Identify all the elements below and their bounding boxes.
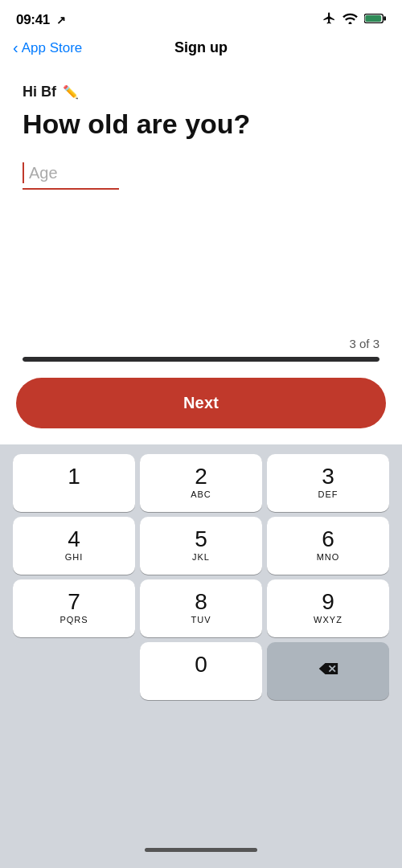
airplane-icon — [322, 11, 336, 28]
key-2[interactable]: 2 ABC — [140, 454, 262, 512]
status-bar: 09:41 ↗ — [0, 0, 402, 33]
greeting-text: Hi Bf — [23, 84, 56, 100]
time-display: 09:41 — [16, 12, 50, 27]
key-0[interactable]: 0 — [140, 642, 262, 700]
key-4[interactable]: 4 GHI — [13, 517, 135, 575]
edit-icon[interactable]: ✏️ — [63, 84, 79, 100]
location-icon: ↗ — [56, 14, 66, 27]
delete-key[interactable] — [267, 642, 389, 700]
svg-point-0 — [349, 22, 352, 24]
key-5[interactable]: 5 JKL — [140, 517, 262, 575]
keyboard: 1 2 ABC 3 DEF 4 GHI 5 JKL 6 — [0, 444, 402, 838]
text-cursor — [23, 162, 24, 183]
wifi-icon — [343, 13, 358, 27]
question-heading: How old are you? — [23, 108, 379, 140]
home-indicator — [0, 838, 402, 868]
age-placeholder: Age — [29, 164, 58, 182]
keyboard-row-3: 7 PQRS 8 TUV 9 WXYZ — [5, 579, 397, 637]
back-button[interactable]: ‹ App Store — [13, 39, 82, 57]
key-3[interactable]: 3 DEF — [267, 454, 389, 512]
svg-rect-3 — [365, 14, 381, 21]
keyboard-row-4: 0 — [5, 642, 397, 700]
home-bar — [145, 848, 257, 852]
greeting-row: Hi Bf ✏️ — [23, 84, 379, 100]
age-input[interactable]: Age — [23, 162, 119, 190]
page-title: Sign up — [174, 39, 228, 56]
key-7[interactable]: 7 PQRS — [13, 579, 135, 637]
keyboard-row-2: 4 GHI 5 JKL 6 MNO — [5, 517, 397, 575]
battery-icon — [364, 13, 386, 27]
progress-label: 3 of 3 — [349, 337, 379, 350]
key-empty — [13, 642, 135, 700]
progress-bar-fill — [23, 357, 379, 362]
next-button[interactable]: Next — [16, 378, 386, 428]
svg-rect-2 — [384, 16, 386, 20]
keyboard-row-1: 1 2 ABC 3 DEF — [5, 454, 397, 512]
status-time: 09:41 ↗ — [16, 12, 66, 28]
key-6[interactable]: 6 MNO — [267, 517, 389, 575]
back-label[interactable]: App Store — [22, 40, 83, 56]
main-content: Hi Bf ✏️ How old are you? Age — [0, 68, 402, 190]
key-1[interactable]: 1 — [13, 454, 135, 512]
content-spacer — [0, 190, 402, 323]
key-8[interactable]: 8 TUV — [140, 579, 262, 637]
delete-icon — [318, 661, 338, 682]
nav-bar: ‹ App Store Sign up — [0, 33, 402, 68]
progress-area: 3 of 3 — [0, 324, 402, 378]
back-chevron-icon: ‹ — [13, 39, 18, 57]
status-icons — [322, 11, 386, 28]
key-9[interactable]: 9 WXYZ — [267, 579, 389, 637]
progress-bar-background — [23, 357, 379, 362]
next-button-area: Next — [0, 378, 402, 444]
